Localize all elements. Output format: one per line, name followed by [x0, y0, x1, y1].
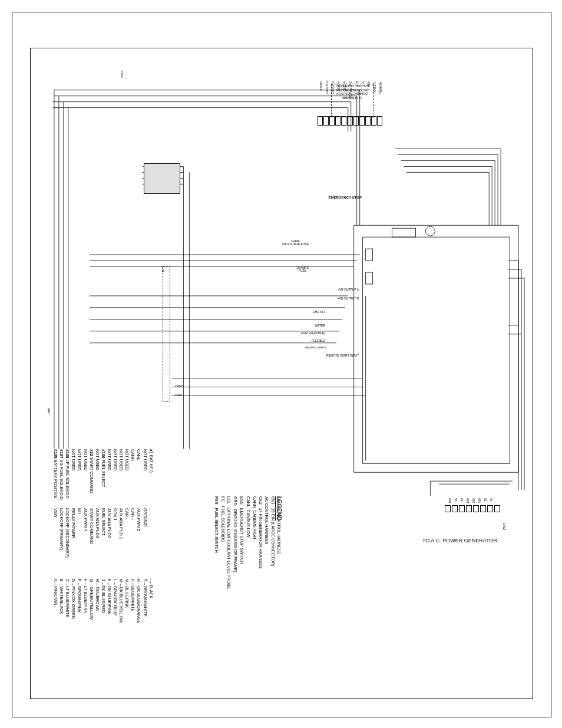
color-row: C – LT BLUE/WHITE [65, 579, 70, 623]
ac-power-label: TO A.C. POWER GENERATOR [422, 538, 497, 543]
legend-item: CANH CANBUS HIGH [252, 496, 257, 589]
wire-desc: AUX ANA PUD3 [95, 508, 100, 558]
color-row: R – DK BLUE/ORANGE [136, 579, 141, 623]
ac-connector-strip [445, 505, 500, 512]
fss-label: FSS [120, 71, 124, 78]
conn-pin-label: 43 [460, 498, 464, 502]
wire-col: #106 FUEL SELECT [101, 449, 106, 500]
conn-pin-label: 53 [454, 498, 458, 502]
legend-block: FSS FUEL SELECT SWITCH FS FUEL SOLENOIDS… [213, 496, 282, 589]
svg-point-51 [425, 226, 435, 236]
wire-desc: VSW [53, 508, 58, 558]
wire-desc: CAN - [124, 508, 130, 558]
wire-col: #22 START COMMAND [89, 449, 94, 500]
conn-pin [466, 505, 472, 512]
legend-item: ESS EMERGENCY STOP SWITCH [239, 496, 244, 589]
schematic-page: CUSTOMER CONNECTION BOX (MOUNTED BELOW E… [12, 12, 551, 717]
color-row: H – TAN/BROWN [95, 579, 100, 623]
color-row: - – BLACK [148, 579, 154, 623]
port-label: CHG ALT [313, 310, 325, 314]
terminal: GROUND [329, 116, 335, 126]
legend-item: CN1 16 PIN (LARGE CONNECTOR)ENGINE CONTR… [270, 496, 282, 589]
canl-label: CANL [175, 393, 183, 397]
conn-pin [452, 505, 458, 512]
terminal-strip: START GROUND GROUND ESTOP ESTOP BC FAILU… [318, 116, 382, 134]
svg-rect-53 [366, 272, 373, 284]
wire-col: #108 LP FUEL SOLENOID [65, 449, 70, 500]
color-row: S – BROWN/WHITE [142, 579, 147, 623]
cn1-label: CN1 [161, 266, 165, 272]
svg-rect-50 [392, 228, 416, 237]
wire-desc: AUX PWM 4 [82, 508, 88, 558]
wire-col: #1 BAT NEG [148, 449, 154, 500]
wire-desc: LOCKOFF (PRIMARY) [59, 508, 64, 558]
terminal: START [318, 116, 323, 126]
conn-pin-label: 42 [490, 498, 493, 502]
relay-box [144, 163, 180, 194]
port-label: FLEXIBLE [312, 339, 325, 342]
conn-pin-label: 404 [448, 498, 452, 503]
wire-identifier-block: #109 BATTERY POSITIVE #107 NG FUEL SOLEN… [53, 449, 154, 500]
wire-desc: CAN + [130, 508, 135, 558]
color-row: G – GREEN/YELLOW [89, 579, 94, 623]
fuse-2-label: 10 AMPSFUSE [296, 266, 309, 272]
terminal: BC FAILURE [347, 116, 352, 126]
port-label: +VE OUTPUT B [338, 297, 359, 300]
wire-col: NOT USED [71, 449, 76, 500]
legend-item: CN2 14 PIN GENERATOR HARNESSAC CONTROL H… [258, 496, 270, 589]
color-row: L – GRAY/DK BLUE [113, 579, 118, 623]
grd-label: GRD [47, 408, 51, 414]
wire-desc: GOV 1 [113, 508, 118, 558]
wire-desc: GROUND [142, 508, 147, 558]
terminal: POWER- [371, 116, 376, 126]
conn-pin-label: 402 [472, 498, 475, 503]
svg-rect-29 [163, 266, 170, 401]
wire-col: NOT USED [77, 449, 82, 500]
wire-col: #107 NG FUEL SOLENOID [59, 449, 64, 500]
terminal: ESTOP [341, 116, 346, 126]
wire-col: CANH [130, 449, 135, 500]
wire-col: NOT USED [107, 449, 112, 500]
terminal: POWER+ [377, 116, 382, 126]
conn-pin [459, 505, 465, 512]
color-row: D – PINK/DK GREEN [71, 579, 76, 623]
wire-col: NOT USED [142, 449, 147, 500]
wire-col: #109 BATTERY POSITIVE [53, 449, 58, 500]
color-row: E – BROWN/PINK [77, 579, 82, 623]
port-label: +VE OUTPUT A [338, 288, 359, 291]
color-row: J – DK BLUE/RED [101, 579, 106, 623]
wire-col: NOT USED [124, 449, 130, 500]
color-row: B – WHITE/BLACK [59, 579, 64, 623]
svg-rect-52 [366, 249, 373, 261]
conn-pin [494, 505, 500, 512]
svg-rect-48 [354, 225, 518, 472]
conn-pin [445, 505, 451, 512]
legend-item: LCL OPTIONAL LOW COOLANT LEVEL PROBE [226, 496, 232, 589]
port-label: REMOTE START INPUT [326, 354, 359, 357]
inner-frame: CUSTOMER CONNECTION BOX (MOUNTED BELOW E… [30, 48, 533, 699]
wire-col: NOT USED [118, 449, 124, 500]
terminal: B [353, 116, 359, 126]
color-row: F – LT BLUE/PINK [82, 579, 88, 623]
wire-col: NOT USED [82, 449, 88, 500]
port-label: FUEL (FLEXIBLE) [301, 331, 325, 335]
terminal: ESTOP [335, 116, 340, 126]
wiring-lines [31, 48, 533, 496]
conn-pin-label: 52 [484, 498, 487, 502]
wire-desc: LOCKOFF (SECONDARY) [65, 508, 70, 558]
wire-col: CANL [136, 449, 141, 500]
legend-item: GRD GROUND (CHASSIS OR FRAME) [232, 496, 238, 589]
terminal: 50V [365, 116, 371, 126]
fuse-1-label: 3 AMPANTI-SURGE FUSE [282, 240, 309, 246]
wire-desc: AUX ANA PUD2 [107, 508, 112, 558]
conn-pin-label: 401 [478, 498, 481, 503]
emergency-stop-label: EMERGENCY STOP [329, 196, 362, 199]
conn-pin [473, 505, 479, 512]
wire-desc: AUX ANA PUD 1 [118, 508, 124, 558]
wire-desc: AUX PWM 5 [136, 508, 141, 558]
terminal: A [359, 116, 365, 126]
cn2-label: CN2 [503, 523, 506, 530]
conn-pin [480, 505, 486, 512]
conn-pin [487, 505, 493, 512]
color-row: P – BLUE/WHITE [130, 579, 135, 623]
